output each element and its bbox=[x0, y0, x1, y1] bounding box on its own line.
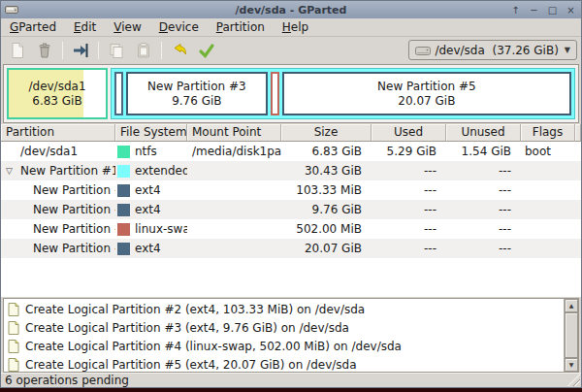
expander-icon[interactable]: ▽ bbox=[6, 161, 20, 180]
desktop-background-strip bbox=[0, 388, 582, 392]
size-value: 20.07 GiB bbox=[281, 239, 372, 258]
table-row[interactable]: ▽New Partition #1 extended 30.43 GiB ---… bbox=[1, 161, 581, 180]
size-value: 30.43 GiB bbox=[281, 161, 372, 180]
operation-item[interactable]: Create Logical Partition #2 (ext4, 103.3… bbox=[4, 300, 564, 318]
operations-scrollbar[interactable]: ▲ ▼ bbox=[564, 299, 578, 372]
filesystem-color-swatch bbox=[117, 223, 130, 236]
copy-button[interactable] bbox=[104, 39, 129, 62]
operation-text: Create Logical Partition #3 (ext4, 9.76 … bbox=[25, 321, 349, 335]
maximize-window-icon[interactable]: □ bbox=[546, 4, 559, 16]
apply-button[interactable] bbox=[194, 39, 219, 62]
flags-value bbox=[521, 161, 575, 180]
operation-text: Create Logical Partition #4 (linux-swap,… bbox=[25, 340, 402, 353]
disk-segment-new-partition-3[interactable]: New Partition #3 9.76 GiB bbox=[126, 72, 268, 115]
flags-value bbox=[521, 239, 575, 258]
segment-label: New Partition #3 9.76 GiB bbox=[147, 80, 246, 109]
disk-segment-sda1[interactable]: /dev/sda1 6.83 GiB bbox=[7, 68, 108, 119]
column-header-unused[interactable]: Unused bbox=[446, 124, 521, 142]
flags-value: boot bbox=[521, 142, 575, 161]
flags-value bbox=[521, 200, 575, 219]
disk-segment-new-partition-2[interactable] bbox=[114, 72, 123, 115]
hard-drive-icon bbox=[415, 45, 431, 56]
scroll-up-icon[interactable]: ▲ bbox=[565, 299, 578, 312]
column-header-mountpoint[interactable]: Mount Point bbox=[187, 124, 281, 142]
operation-item[interactable]: Create Logical Partition #3 (ext4, 9.76 … bbox=[4, 318, 564, 337]
column-header-used[interactable]: Used bbox=[372, 124, 446, 142]
paste-button[interactable] bbox=[131, 39, 156, 62]
mount-point bbox=[187, 180, 281, 200]
toolbar: /dev/sda (37.26 GiB) ▼ bbox=[1, 37, 581, 63]
paste-icon bbox=[135, 42, 152, 59]
disk-visual-bar: /dev/sda1 6.83 GiB New Partition #3 9.76… bbox=[3, 64, 579, 123]
pending-operations-list: Create Logical Partition #2 (ext4, 103.3… bbox=[4, 299, 564, 372]
menu-gparted[interactable]: GParted bbox=[1, 18, 65, 36]
delete-partition-button[interactable] bbox=[32, 39, 57, 62]
column-header-partition[interactable]: Partition bbox=[1, 124, 115, 142]
operation-paper-icon bbox=[8, 340, 19, 353]
partition-table: Partition File System Mount Point Size U… bbox=[1, 124, 581, 297]
shade-window-icon[interactable]: ↑ bbox=[509, 4, 522, 16]
menu-help[interactable]: Help bbox=[274, 18, 317, 36]
new-document-icon bbox=[9, 42, 26, 59]
mount-point bbox=[187, 161, 281, 180]
resize-move-button[interactable] bbox=[68, 39, 93, 62]
filesystem-label: ext4 bbox=[135, 180, 161, 200]
unused-value: --- bbox=[446, 219, 521, 239]
flags-value bbox=[521, 219, 575, 239]
close-window-icon[interactable]: × bbox=[565, 4, 577, 16]
resize-move-icon bbox=[71, 42, 90, 59]
unused-value: --- bbox=[446, 239, 521, 258]
operation-item[interactable]: Create Logical Partition #4 (linux-swap,… bbox=[4, 337, 564, 355]
menu-device[interactable]: Device bbox=[150, 18, 208, 36]
used-value: --- bbox=[372, 200, 446, 219]
resize-grip-icon[interactable] bbox=[567, 374, 580, 386]
operation-item[interactable]: Create Logical Partition #5 (ext4, 20.07… bbox=[4, 355, 564, 372]
segment-label: /dev/sda1 6.83 GiB bbox=[28, 80, 85, 109]
table-header: Partition File System Mount Point Size U… bbox=[1, 124, 581, 142]
operation-text: Create Logical Partition #2 (ext4, 103.3… bbox=[25, 303, 365, 316]
column-header-flags[interactable]: Flags bbox=[521, 124, 575, 142]
table-row[interactable]: New Partition #2 ext4 103.33 MiB --- --- bbox=[1, 180, 581, 200]
disk-segment-new-partition-5[interactable]: New Partition #5 20.07 GiB bbox=[282, 72, 571, 115]
menu-partition[interactable]: Partition bbox=[208, 18, 274, 36]
table-row[interactable]: New Partition #3 ext4 9.76 GiB --- --- bbox=[1, 200, 581, 219]
partition-name: New Partition #5 bbox=[1, 239, 115, 258]
size-value: 9.76 GiB bbox=[281, 200, 372, 219]
table-empty-area bbox=[1, 258, 581, 297]
table-row[interactable]: /dev/sda1 ntfs /media/disk1part1 6.83 Gi… bbox=[1, 142, 581, 161]
menu-bar: GParted Edit View Device Partition Help bbox=[1, 18, 581, 37]
disk-segment-extended[interactable]: New Partition #3 9.76 GiB New Partition … bbox=[111, 68, 575, 119]
filesystem-label: ext4 bbox=[135, 239, 161, 258]
apply-checkmark-icon bbox=[198, 42, 215, 59]
filesystem-color-swatch bbox=[117, 184, 130, 197]
operation-paper-icon bbox=[8, 321, 19, 335]
gparted-window: /dev/sda - GParted ↑ − □ × GParted Edit … bbox=[0, 0, 582, 388]
dropdown-arrow-icon: ▼ bbox=[563, 46, 570, 54]
title-bar[interactable]: /dev/sda - GParted ↑ − □ × bbox=[1, 1, 581, 18]
disk-segment-new-partition-4[interactable] bbox=[271, 72, 279, 115]
column-header-size[interactable]: Size bbox=[281, 124, 372, 142]
unused-value: --- bbox=[446, 161, 521, 180]
partition-name: New Partition #3 bbox=[1, 200, 115, 219]
table-row[interactable]: New Partition #4 linux-swap 502.00 MiB -… bbox=[1, 219, 581, 239]
unused-value: 1.54 GiB bbox=[446, 142, 521, 161]
device-selector[interactable]: /dev/sda (37.26 GiB) ▼ bbox=[408, 40, 577, 60]
menu-view[interactable]: View bbox=[105, 18, 149, 36]
size-value: 502.00 MiB bbox=[281, 219, 372, 239]
table-row[interactable]: New Partition #5 ext4 20.07 GiB --- --- bbox=[1, 239, 581, 258]
new-partition-button[interactable] bbox=[5, 39, 30, 62]
column-header-filesystem[interactable]: File System bbox=[115, 124, 187, 142]
undo-button[interactable] bbox=[167, 39, 192, 62]
toolbar-separator bbox=[62, 42, 63, 59]
scrollbar-thumb[interactable] bbox=[565, 312, 578, 358]
menu-edit[interactable]: Edit bbox=[65, 18, 105, 36]
minimize-window-icon[interactable]: − bbox=[528, 4, 540, 16]
scroll-down-icon[interactable]: ▼ bbox=[565, 358, 578, 372]
mount-point bbox=[187, 219, 281, 239]
mount-point: /media/disk1part1 bbox=[187, 142, 281, 161]
used-value: 5.29 GiB bbox=[372, 142, 446, 161]
filesystem-color-swatch bbox=[117, 204, 130, 216]
mount-point bbox=[187, 239, 281, 258]
window-controls: ↑ − □ × bbox=[509, 4, 577, 16]
size-value: 103.33 MiB bbox=[281, 180, 372, 200]
